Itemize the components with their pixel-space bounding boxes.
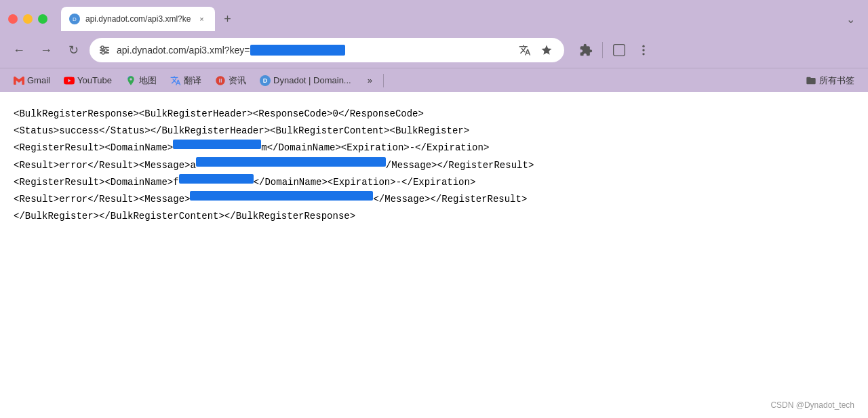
redacted-domain-1 xyxy=(173,140,261,149)
bookmark-youtube[interactable]: YouTube xyxy=(58,72,117,89)
profile-icon xyxy=(612,43,626,57)
bookmark-maps-label: 地图 xyxy=(139,75,157,87)
svg-point-10 xyxy=(642,49,644,51)
watermark-text: CSDN @Dynadot_tech xyxy=(770,400,854,410)
maximize-window-button[interactable] xyxy=(38,14,47,24)
bookmark-maps[interactable]: 地图 xyxy=(120,72,162,89)
news-favicon-icon xyxy=(215,75,226,86)
tab-close-button[interactable]: × xyxy=(196,14,207,24)
dynadot-favicon-icon: D xyxy=(70,14,79,24)
bookmarks-bar: Gmail YouTube 地图 xyxy=(0,68,868,92)
bookmark-gmail[interactable]: Gmail xyxy=(8,72,56,89)
dynadot-favicon-icon-bm: D xyxy=(260,75,271,86)
toolbar-right xyxy=(575,39,654,61)
dynadot-bm-icon: D xyxy=(260,75,271,86)
tab-favicon-icon: D xyxy=(69,14,80,24)
tune-icon xyxy=(98,44,111,56)
redacted-message-2 xyxy=(190,191,373,201)
address-settings-icon[interactable] xyxy=(98,43,111,57)
bookmark-star-button[interactable] xyxy=(537,41,556,60)
translate-icon xyxy=(519,44,531,56)
bookmark-dynadot[interactable]: D Dynadot | Domain... xyxy=(254,72,357,89)
watermark: CSDN @Dynadot_tech xyxy=(770,400,854,410)
folder-icon xyxy=(806,75,816,86)
bookmark-dynadot-label: Dynadot | Domain... xyxy=(273,75,351,85)
bookmarks-divider xyxy=(383,74,384,87)
all-bookmarks-button[interactable]: 所有书签 xyxy=(800,72,860,89)
redacted-message-1 xyxy=(196,157,386,167)
gmail-icon xyxy=(14,75,24,86)
maps-icon xyxy=(125,75,136,86)
tab-expand-button[interactable]: ⌄ xyxy=(841,9,860,28)
translate-page-button[interactable] xyxy=(515,41,534,60)
svg-text:D: D xyxy=(263,77,268,84)
youtube-favicon-icon xyxy=(64,75,75,86)
svg-point-6 xyxy=(104,49,107,51)
active-tab[interactable]: D api.dynadot.com/api3.xml?ke × xyxy=(61,7,215,31)
svg-text:D: D xyxy=(73,16,77,22)
close-window-button[interactable] xyxy=(8,14,18,24)
svg-point-7 xyxy=(102,51,104,54)
xml-line-5: <RegisterResult><DomainName>f </DomainNa… xyxy=(14,174,854,191)
news-icon xyxy=(215,75,226,86)
svg-rect-8 xyxy=(614,45,625,56)
tab-title: api.dynadot.com/api3.xml?ke xyxy=(85,14,191,24)
translate-favicon-icon xyxy=(170,75,181,86)
svg-point-11 xyxy=(642,53,644,55)
window-controls xyxy=(8,14,47,24)
xml-line-2: <Status>success</Status></BulkRegisterHe… xyxy=(14,123,854,140)
address-url[interactable]: api.dynadot.com/api3.xml?key= xyxy=(117,45,510,56)
url-key-redacted xyxy=(250,45,345,56)
xml-line-3: <RegisterResult><DomainName> m</DomainNa… xyxy=(14,140,854,156)
profile-button[interactable] xyxy=(608,39,630,61)
svg-point-5 xyxy=(101,46,104,49)
translate-bookmark-icon xyxy=(170,75,181,86)
new-tab-button[interactable]: + xyxy=(218,9,237,28)
address-bar[interactable]: api.dynadot.com/api3.xml?key= xyxy=(90,38,564,62)
more-menu-icon xyxy=(637,43,650,57)
toolbar-divider xyxy=(602,42,603,58)
bookmark-news-label: 资讯 xyxy=(229,75,246,87)
bookmark-translate-label: 翻译 xyxy=(184,75,201,87)
address-bar-row: ← → ↻ api.dynadot.com/api3.xml?key= xyxy=(0,33,868,68)
bookmark-gmail-label: Gmail xyxy=(27,75,50,85)
youtube-icon xyxy=(64,75,75,86)
maps-favicon-icon xyxy=(125,75,136,86)
more-bookmarks-button[interactable]: » xyxy=(362,72,378,88)
redacted-domain-2 xyxy=(179,174,254,184)
bookmark-youtube-label: YouTube xyxy=(77,75,112,85)
xml-line-7: </BulkRegister></BulkRegisterContent></B… xyxy=(14,208,854,225)
tab-bar: D api.dynadot.com/api3.xml?ke × + ⌄ xyxy=(0,0,868,33)
forward-button[interactable]: → xyxy=(35,39,57,61)
svg-point-9 xyxy=(642,45,644,47)
page-content: <BulkRegisterResponse><BulkRegisterHeade… xyxy=(0,92,868,238)
browser-chrome: D api.dynadot.com/api3.xml?ke × + ⌄ ← → … xyxy=(0,0,868,92)
bookmark-translate[interactable]: 翻译 xyxy=(165,72,207,89)
gmail-favicon-icon xyxy=(14,75,24,86)
back-button[interactable]: ← xyxy=(8,39,30,61)
url-text-prefix: api.dynadot.com/api3.xml?key= xyxy=(117,45,250,56)
menu-button[interactable] xyxy=(633,39,654,61)
extensions-button[interactable] xyxy=(575,39,597,61)
extensions-icon xyxy=(579,43,593,57)
bookmark-news[interactable]: 资讯 xyxy=(210,72,252,89)
minimize-window-button[interactable] xyxy=(23,14,33,24)
xml-line-1: <BulkRegisterResponse><BulkRegisterHeade… xyxy=(14,106,854,123)
star-icon xyxy=(540,44,553,56)
reload-button[interactable]: ↻ xyxy=(62,39,84,61)
xml-line-4: <Result>error</Result><Message>a /Messag… xyxy=(14,157,854,174)
all-bookmarks-label: 所有书签 xyxy=(819,75,854,87)
xml-line-6: <Result>error</Result><Message> </Messag… xyxy=(14,191,854,208)
address-bar-icons xyxy=(515,41,556,60)
